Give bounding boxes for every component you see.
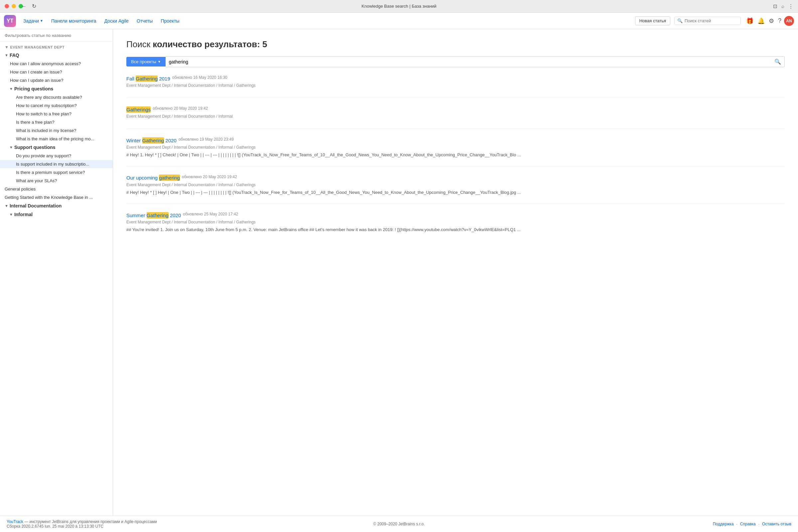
sidebar-item-create-issue[interactable]: How can I create an issue?	[0, 68, 113, 76]
nav-dashboards[interactable]: Панели мониторинга	[48, 16, 100, 25]
sidebar-item-getting-started[interactable]: Getting Started with the Knowledge Base …	[0, 193, 113, 202]
search-label: Поиск	[126, 39, 150, 49]
result-snippet-5: ## You're invited! 1. Join us on Saturda…	[126, 226, 785, 233]
result-updated-1: обновлено 16 May 2020 16:30	[172, 75, 227, 80]
page-title: Knowledge Base search | База знаний	[361, 4, 436, 8]
nav-agile-label: Доски Agile	[104, 18, 129, 24]
footer-help-link[interactable]: Справка	[740, 522, 756, 526]
nav-tasks[interactable]: Задачи ▼	[20, 16, 46, 25]
sidebar-item-informal[interactable]: ▼ Informal	[0, 210, 113, 219]
top-search-icon: 🔍	[677, 18, 683, 23]
sidebar-group-pricing-header[interactable]: ▼ Pricing questions	[0, 84, 113, 93]
footer-feedback-link[interactable]: Оставить отзыв	[762, 522, 791, 526]
sidebar-item-pricing-idea[interactable]: What is the main idea of the pricing mo.…	[0, 135, 113, 143]
result-path-1: Event Management Dept / Internal Documen…	[126, 83, 785, 88]
nav-agile[interactable]: Доски Agile	[101, 16, 132, 25]
sidebar-item-license[interactable]: What is included in my license?	[0, 126, 113, 135]
avatar[interactable]: AN	[784, 16, 794, 26]
result-path-3: Event Management Dept / Internal Documen…	[126, 145, 785, 150]
sidebar-item-cancel-subscription[interactable]: How to cancel my subscription?	[0, 101, 113, 110]
sidebar-item-slas[interactable]: What are your SLAs?	[0, 176, 113, 185]
footer-youtrack-link[interactable]: YouTrack	[7, 519, 23, 524]
informal-toggle-icon: ▼	[9, 212, 13, 216]
sidebar-item-general-policies[interactable]: General policies	[0, 185, 113, 193]
sidebar-group-support-header[interactable]: ▼ Support questions	[0, 143, 113, 152]
footer-support-link[interactable]: Поддержка	[713, 522, 734, 526]
sidebar-item-update-issue[interactable]: How can I update an issue?	[0, 76, 113, 84]
sidebar-filter	[0, 29, 113, 41]
more-options-icon[interactable]: ⋮	[788, 3, 793, 9]
sidebar-item-premium-support[interactable]: Is there a premium support service?	[0, 168, 113, 176]
pricing-label: Pricing questions	[14, 86, 53, 92]
sidebar-item-internal-docs[interactable]: ▼ Internal Documentation	[0, 202, 113, 210]
top-search-input[interactable]	[685, 18, 738, 23]
nav-tasks-label: Задачи	[23, 18, 39, 24]
footer-right: Поддержка · Справка · Оставить отзыв	[530, 522, 791, 526]
result-link-4[interactable]: Our upcoming gathering	[126, 175, 180, 180]
section-toggle-icon[interactable]: ▼	[5, 45, 8, 50]
sidebar-filter-input[interactable]	[5, 33, 108, 38]
main-search-input[interactable]	[169, 59, 774, 64]
search-bar: Все проекты ▼ 🔍	[126, 56, 785, 67]
sidebar-item-anonymous-access[interactable]: How can I allow anonymous access?	[0, 59, 113, 68]
top-navigation: YT Задачи ▼ Панели мониторинга Доски Agi…	[0, 13, 798, 29]
sidebar-item-is-free-plan[interactable]: Is there a free plan?	[0, 118, 113, 126]
sidebar: ▼ EVENT MANAGEMENT DEPT ▼ FAQ How can I …	[0, 29, 113, 516]
result-link-5[interactable]: Summer Gathering 2020	[126, 212, 181, 218]
footer: YouTrack — инструмент JetBrains для упра…	[0, 516, 798, 532]
sidebar-section-header: ▼ EVENT MANAGEMENT DEPT	[0, 41, 113, 51]
result-path-5: Event Management Dept / Internal Documen…	[126, 220, 785, 225]
project-filter-button[interactable]: Все проекты ▼	[126, 57, 166, 66]
search-submit-button[interactable]: 🔍	[774, 58, 781, 65]
footer-left: YouTrack — инструмент JetBrains для упра…	[7, 519, 268, 529]
result-link-3[interactable]: Winter Gathering 2020	[126, 138, 176, 143]
result-updated-3: обновлено 19 May 2020 23:49	[178, 137, 234, 141]
pricing-toggle-icon: ▼	[9, 87, 13, 91]
browser-nav: ← ↻	[20, 2, 38, 10]
settings-icon[interactable]: ⚙	[767, 16, 775, 26]
result-updated-5: обновлено 25 May 2020 17:42	[183, 212, 238, 216]
informal-label: Informal	[14, 212, 33, 217]
result-updated-4: обновлено 20 May 2020 19:42	[182, 174, 237, 179]
search-icon[interactable]: ⌕	[781, 3, 784, 9]
result-item-2: Gatherings обновлено 20 May 2020 19:42 E…	[126, 106, 785, 129]
sidebar-item-discounts[interactable]: Are there any discounts available?	[0, 93, 113, 101]
help-icon[interactable]: ?	[777, 16, 783, 25]
screenshot-icon[interactable]: ⊡	[773, 3, 777, 9]
faq-label: FAQ	[10, 53, 19, 58]
result-snippet-4: # Hey! Hey! * [ ] Hey! | One | Two | | -…	[126, 189, 785, 196]
result-path-4: Event Management Dept / Internal Documen…	[126, 183, 785, 187]
new-article-button[interactable]: Новая статья	[635, 16, 670, 25]
nav-projects[interactable]: Проекты	[157, 16, 183, 25]
result-link-1[interactable]: Fall Gathering 2019	[126, 76, 170, 81]
bell-icon[interactable]: 🔔	[756, 16, 766, 26]
footer-left-text: — инструмент JetBrains для управления пр…	[23, 519, 157, 524]
main-content: Поиск количество результатов: 5 Все прое…	[113, 29, 798, 516]
result-item-3: Winter Gathering 2020 обновлено 19 May 2…	[126, 137, 785, 167]
refresh-button[interactable]: ↻	[31, 2, 38, 10]
nav-projects-label: Проекты	[160, 18, 179, 24]
highlight-5: Gathering	[147, 212, 169, 218]
internal-toggle-icon: ▼	[5, 204, 8, 208]
nav-dashboards-label: Панели мониторинга	[51, 18, 96, 24]
support-label: Support questions	[14, 145, 56, 150]
result-title-1: Fall Gathering 2019 обновлено 16 May 202…	[126, 75, 785, 82]
sidebar-group-faq: ▼ FAQ How can I allow anonymous access? …	[0, 51, 113, 185]
search-results-header: Поиск количество результатов: 5	[126, 39, 785, 50]
support-toggle-icon: ▼	[9, 145, 13, 149]
minimize-btn[interactable]	[12, 4, 16, 8]
sidebar-item-free-plan-switch[interactable]: How to switch to a free plan?	[0, 110, 113, 118]
titlebar: ← ↻ Knowledge Base search | База знаний …	[0, 0, 798, 13]
close-btn[interactable]	[5, 4, 9, 8]
internal-docs-label: Internal Documentation	[10, 203, 61, 208]
result-link-2[interactable]: Gatherings	[126, 107, 151, 112]
nav-reports[interactable]: Отчеты	[133, 16, 156, 25]
footer-build-text: Сборка 2020.2.6745 lun. 25 mai 2020 à 13…	[7, 524, 103, 529]
gift-icon[interactable]: 🎁	[745, 16, 755, 26]
sidebar-item-provide-support[interactable]: Do you provide any support?	[0, 152, 113, 160]
result-item-4: Our upcoming gathering обновлено 20 May …	[126, 174, 785, 204]
sidebar-group-faq-header[interactable]: ▼ FAQ	[0, 51, 113, 59]
sidebar-item-support-subscription[interactable]: Is support included in my subscriptio...	[0, 160, 113, 168]
back-button[interactable]: ←	[20, 2, 28, 10]
result-snippet-3: # Hey! 1. Hey! * [ ] Check! | One | Two …	[126, 152, 785, 158]
